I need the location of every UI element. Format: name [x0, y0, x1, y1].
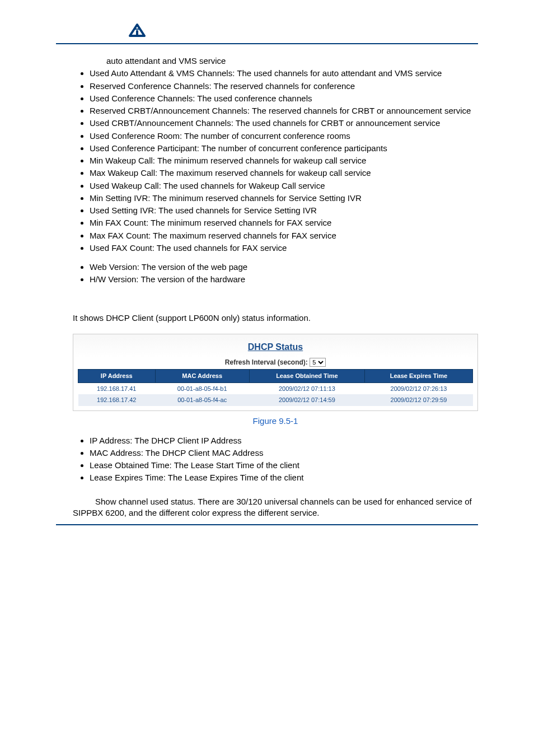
column-header-obtained: Lease Obtained Time — [249, 369, 364, 382]
list-item: Max FAX Count: The maximum reserved chan… — [90, 230, 478, 241]
feature-list-version: Web Version: The version of the web page… — [73, 262, 478, 286]
cell-expires: 2009/02/12 07:29:59 — [364, 394, 472, 406]
list-item: IP Address: The DHCP Client IP Address — [90, 435, 478, 446]
list-item: Used CRBT/Announcement Channels: The use… — [90, 118, 478, 129]
list-item: Min Setting IVR: The minimum reserved ch… — [90, 193, 478, 204]
list-item: Reserved Conference Channels: The reserv… — [90, 81, 478, 92]
list-item: Used Conference Participant: The number … — [90, 143, 478, 154]
table-row: 192.168.17.41 00-01-a8-05-f4-b1 2009/02/… — [78, 382, 473, 394]
dhcp-status-title: DHCP Status — [78, 340, 473, 358]
table-row: 192.168.17.42 00-01-a8-05-f4-ac 2009/02/… — [78, 394, 473, 406]
dhcp-intro-text: It shows DHCP Client (support LP600N onl… — [73, 312, 478, 324]
list-item: Used Wakeup Call: The used channels for … — [90, 180, 478, 192]
cell-expires: 2009/02/12 07:26:13 — [364, 382, 472, 394]
column-header-expires: Lease Expires Time — [364, 369, 472, 382]
cell-mac: 00-01-a8-05-f4-b1 — [155, 382, 249, 394]
cell-obtained: 2009/02/12 07:14:59 — [249, 394, 364, 406]
logo-icon — [129, 22, 146, 38]
list-item: Used Conference Room: The number of conc… — [90, 130, 478, 142]
list-item: Lease Expires Time: The Lease Expires Ti… — [90, 472, 478, 483]
column-header-mac: MAC Address — [155, 369, 249, 382]
cell-ip: 192.168.17.41 — [78, 382, 156, 394]
list-item: Lease Obtained Time: The Lease Start Tim… — [90, 460, 478, 471]
refresh-interval-select[interactable]: 5 — [310, 358, 326, 367]
refresh-interval-label: Refresh Interval (second): — [225, 358, 308, 366]
figure-caption: Figure 9.5-1 — [73, 416, 478, 427]
list-item: Used Conference Channels: The used confe… — [90, 93, 478, 104]
list-item: Min Wakeup Call: The minimum reserved ch… — [90, 155, 478, 166]
continuation-text: auto attendant and VMS service — [73, 55, 478, 67]
feature-list-main: Used Auto Attendant & VMS Channels: The … — [73, 68, 478, 254]
list-item: Min FAX Count: The minimum reserved chan… — [90, 217, 478, 228]
list-item: Used Auto Attendant & VMS Channels: The … — [90, 68, 478, 79]
list-item: Max Wakeup Call: The maximum reserved ch… — [90, 167, 478, 179]
field-description-list: IP Address: The DHCP Client IP Address M… — [73, 435, 478, 484]
list-item: Used FAX Count: The used channels for FA… — [90, 242, 478, 254]
dhcp-status-panel: DHCP Status Refresh Interval (second): 5… — [73, 334, 478, 411]
list-item: Reserved CRBT/Announcement Channels: The… — [90, 105, 478, 116]
footer-divider — [56, 524, 478, 525]
list-item: Used Setting IVR: The used channels for … — [90, 205, 478, 216]
list-item: H/W Version: The version of the hardware — [90, 274, 478, 285]
cell-mac: 00-01-a8-05-f4-ac — [155, 394, 249, 406]
column-header-ip: IP Address — [78, 369, 156, 382]
header-divider — [56, 43, 478, 44]
cell-obtained: 2009/02/12 07:11:13 — [249, 382, 364, 394]
svg-rect-0 — [136, 30, 138, 36]
cell-ip: 192.168.17.42 — [78, 394, 156, 406]
dhcp-status-table: IP Address MAC Address Lease Obtained Ti… — [78, 369, 473, 407]
closing-paragraph: Show channel used status. There are 30/1… — [73, 496, 478, 519]
list-item: MAC Address: The DHCP Client MAC Address — [90, 447, 478, 459]
list-item: Web Version: The version of the web page — [90, 262, 478, 273]
